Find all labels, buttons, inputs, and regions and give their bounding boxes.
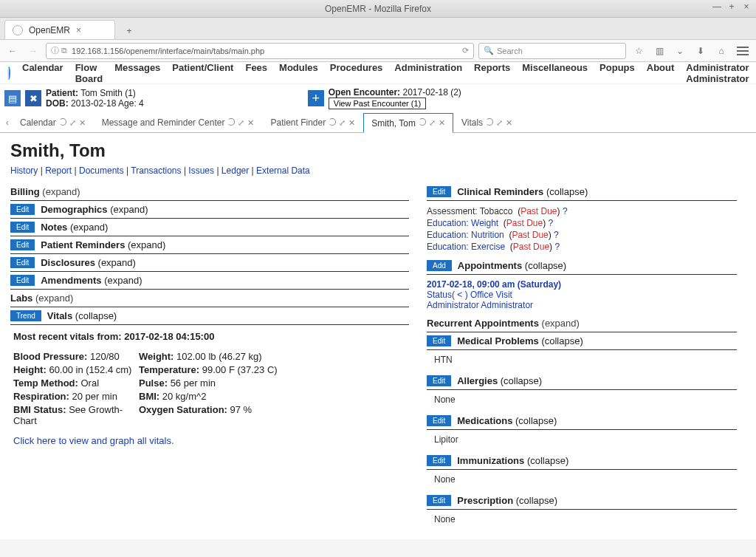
lock-icon[interactable]: ⤢ <box>339 118 346 128</box>
appointments-title[interactable]: Appointments <box>458 260 522 271</box>
edit-button[interactable]: Edit <box>427 495 451 506</box>
window-minimize-button[interactable]: — <box>712 1 722 12</box>
edit-button[interactable]: Edit <box>10 239 35 250</box>
section-body: None <box>427 510 737 532</box>
tab-calendar[interactable]: Calendar⤢✕ <box>12 112 94 132</box>
link-transactions[interactable]: Transactions <box>131 165 181 176</box>
downloads-icon[interactable]: ⬇ <box>693 43 709 59</box>
menu-flow-board[interactable]: Flow Board <box>75 62 103 84</box>
clinical-reminders-title[interactable]: Clinical Reminders <box>457 186 543 197</box>
clear-patient-button[interactable]: ✖ <box>25 90 41 106</box>
tab-close-icon[interactable]: × <box>76 25 81 35</box>
tab-smith-tom[interactable]: Smith, Tom⤢✕ <box>363 113 453 133</box>
view-past-encounter-button[interactable]: View Past Encounter (1) <box>329 98 426 109</box>
section-title[interactable]: Medications <box>457 415 512 426</box>
window-maximize-button[interactable]: + <box>726 1 737 12</box>
back-button[interactable]: ← <box>4 43 21 59</box>
menu-about[interactable]: About <box>647 62 675 84</box>
app-logo-icon <box>7 66 10 80</box>
tab-vitals[interactable]: Vitals⤢✕ <box>453 112 520 132</box>
reminder-item[interactable]: Assessment: Tobacco (Past Due) ? <box>427 205 737 217</box>
edit-button[interactable]: Edit <box>427 186 451 197</box>
appointment-entry[interactable]: 2017-02-18, 09:00 am (Saturday) Status( … <box>427 275 737 315</box>
menu-messages[interactable]: Messages <box>114 62 160 84</box>
edit-button[interactable]: Edit <box>427 335 451 346</box>
section-title[interactable]: Prescription <box>457 495 513 506</box>
tab-message-center[interactable]: Message and Reminder Center⤢✕ <box>94 112 263 132</box>
edit-button[interactable]: Edit <box>427 415 451 426</box>
refresh-icon[interactable] <box>59 118 66 126</box>
lock-icon[interactable]: ⤢ <box>69 118 76 128</box>
reload-icon[interactable]: ⟳ <box>462 46 469 55</box>
trend-button[interactable]: Trend <box>10 310 41 321</box>
menu-reports[interactable]: Reports <box>474 62 510 84</box>
lock-icon[interactable]: ⤢ <box>429 118 436 128</box>
url-bar[interactable]: ⓘ ⧉ 192.168.1.156/openemr/interface/main… <box>46 43 474 59</box>
close-icon[interactable]: ✕ <box>439 118 445 128</box>
edit-button[interactable]: Edit <box>10 222 35 233</box>
new-encounter-button[interactable]: + <box>308 90 324 106</box>
vitals-title[interactable]: Vitals <box>47 310 72 321</box>
menu-patient-client[interactable]: Patient/Client <box>172 62 233 84</box>
labs-section-header[interactable]: Labs (expand) <box>10 290 409 307</box>
edit-button[interactable]: Edit <box>10 275 35 286</box>
section-title[interactable]: Allergies <box>457 375 498 386</box>
section-title[interactable]: Medical Problems <box>457 335 539 346</box>
current-user-label[interactable]: Administrator Administrator <box>686 62 749 84</box>
row-title[interactable]: Amendments <box>41 275 101 286</box>
edit-button[interactable]: Edit <box>427 375 451 386</box>
menu-miscellaneous[interactable]: Miscellaneous <box>522 62 588 84</box>
menu-popups[interactable]: Popups <box>599 62 635 84</box>
close-icon[interactable]: ✕ <box>247 118 254 128</box>
link-history[interactable]: History <box>10 165 38 176</box>
close-icon[interactable]: ✕ <box>79 118 86 128</box>
edit-button[interactable]: Edit <box>427 455 451 466</box>
forward-button[interactable]: → <box>25 43 41 59</box>
refresh-icon[interactable] <box>486 118 493 126</box>
bookmark-icon[interactable]: ☆ <box>630 43 647 59</box>
link-report[interactable]: Report <box>45 165 72 176</box>
link-documents[interactable]: Documents <box>79 165 124 176</box>
edit-button[interactable]: Edit <box>10 204 35 215</box>
browser-tab[interactable]: OpenEMR × <box>4 20 115 39</box>
refresh-icon[interactable] <box>329 118 336 126</box>
home-icon[interactable]: ⌂ <box>713 43 729 59</box>
refresh-icon[interactable] <box>227 118 235 126</box>
link-external-data[interactable]: External Data <box>256 165 310 176</box>
row-title[interactable]: Patient Reminders <box>41 239 125 250</box>
tab-patient-finder[interactable]: Patient Finder⤢✕ <box>262 112 363 132</box>
menu-calendar[interactable]: Calendar <box>22 62 63 84</box>
menu-procedures[interactable]: Procedures <box>330 62 383 84</box>
library-icon[interactable]: ▥ <box>651 43 667 59</box>
tab-scroll-left-icon[interactable]: ‹ <box>3 117 12 128</box>
menu-administration[interactable]: Administration <box>394 62 462 84</box>
refresh-icon[interactable] <box>419 118 426 126</box>
browser-search-bar[interactable]: 🔍 Search <box>478 43 626 59</box>
patient-card-icon[interactable]: ▤ <box>4 90 21 106</box>
add-button[interactable]: Add <box>427 260 452 271</box>
link-issues[interactable]: Issues <box>188 165 214 176</box>
site-info-icon[interactable]: ⓘ ⧉ <box>51 45 67 56</box>
close-icon[interactable]: ✕ <box>348 118 355 128</box>
window-close-button[interactable]: × <box>741 1 752 12</box>
edit-button[interactable]: Edit <box>10 257 35 268</box>
row-title[interactable]: Demographics <box>41 204 107 215</box>
row-title[interactable]: Notes <box>41 222 67 233</box>
reminder-item[interactable]: Education: Exercise (Past Due) ? <box>427 241 737 253</box>
menu-modules[interactable]: Modules <box>279 62 318 84</box>
recurrent-appointments-header[interactable]: Recurrent Appointments (expand) <box>427 315 737 332</box>
new-tab-button[interactable]: + <box>120 23 139 39</box>
reminder-item[interactable]: Education: Weight (Past Due) ? <box>427 217 737 229</box>
billing-section-header[interactable]: Billing (expand) <box>10 183 409 201</box>
menu-fees[interactable]: Fees <box>245 62 267 84</box>
close-icon[interactable]: ✕ <box>506 118 512 128</box>
view-all-vitals-link[interactable]: Click here to view and graph all vitals. <box>13 435 174 446</box>
link-ledger[interactable]: Ledger <box>221 165 249 176</box>
pocket-icon[interactable]: ⌄ <box>672 43 688 59</box>
lock-icon[interactable]: ⤢ <box>496 118 503 128</box>
row-title[interactable]: Disclosures <box>41 257 95 268</box>
reminder-item[interactable]: Education: Nutrition (Past Due) ? <box>427 229 737 241</box>
lock-icon[interactable]: ⤢ <box>238 118 244 128</box>
hamburger-menu-button[interactable] <box>734 43 752 59</box>
section-title[interactable]: Immunizations <box>457 455 524 466</box>
